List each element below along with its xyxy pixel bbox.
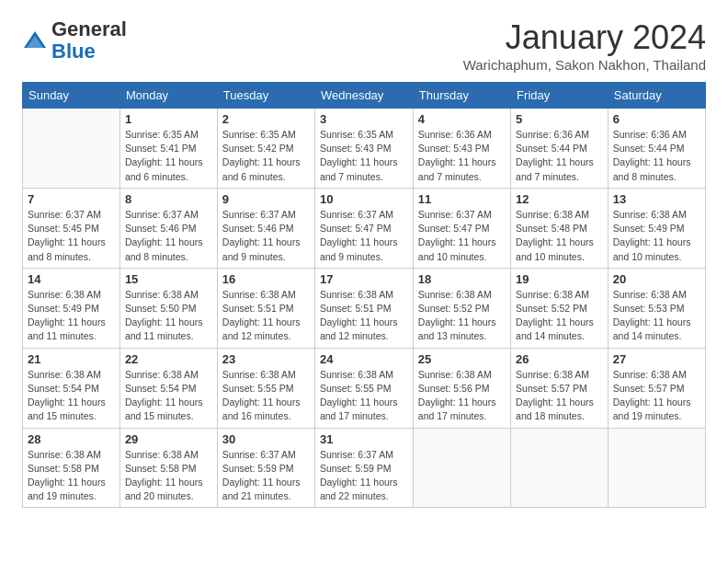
calendar-table: SundayMondayTuesdayWednesdayThursdayFrid… (22, 82, 706, 508)
day-number: 15 (125, 272, 212, 286)
day-number: 4 (418, 112, 506, 126)
day-number: 12 (516, 192, 603, 206)
calendar-body: 1Sunrise: 6:35 AMSunset: 5:41 PMDaylight… (23, 109, 706, 508)
day-number: 14 (28, 272, 115, 286)
calendar-day-cell: 6Sunrise: 6:36 AMSunset: 5:44 PMDaylight… (608, 109, 705, 189)
day-number: 17 (320, 272, 408, 286)
day-info: Sunrise: 6:38 AMSunset: 5:56 PMDaylight:… (418, 368, 506, 424)
logo-icon (22, 28, 48, 53)
day-number: 20 (613, 272, 700, 286)
calendar-day-cell: 14Sunrise: 6:38 AMSunset: 5:49 PMDayligh… (23, 268, 120, 348)
calendar-day-cell: 7Sunrise: 6:37 AMSunset: 5:45 PMDaylight… (23, 188, 120, 268)
day-info: Sunrise: 6:38 AMSunset: 5:54 PMDaylight:… (125, 368, 212, 424)
day-info: Sunrise: 6:38 AMSunset: 5:54 PMDaylight:… (28, 368, 115, 424)
day-info: Sunrise: 6:37 AMSunset: 5:59 PMDaylight:… (320, 448, 408, 504)
calendar-day-cell: 11Sunrise: 6:37 AMSunset: 5:47 PMDayligh… (413, 188, 510, 268)
calendar-day-cell: 22Sunrise: 6:38 AMSunset: 5:54 PMDayligh… (119, 348, 217, 428)
weekday-header-cell: Friday (511, 83, 609, 109)
day-info: Sunrise: 6:36 AMSunset: 5:44 PMDaylight:… (516, 128, 603, 184)
calendar-day-cell: 27Sunrise: 6:38 AMSunset: 5:57 PMDayligh… (608, 348, 705, 428)
day-info: Sunrise: 6:38 AMSunset: 5:52 PMDaylight:… (418, 288, 506, 344)
day-info: Sunrise: 6:38 AMSunset: 5:50 PMDaylight:… (125, 288, 212, 344)
day-info: Sunrise: 6:38 AMSunset: 5:51 PMDaylight:… (320, 288, 408, 344)
calendar-day-cell: 15Sunrise: 6:38 AMSunset: 5:50 PMDayligh… (119, 268, 217, 348)
day-info: Sunrise: 6:38 AMSunset: 5:58 PMDaylight:… (28, 448, 115, 504)
day-number: 2 (222, 112, 310, 126)
day-number: 21 (28, 352, 115, 366)
calendar-day-cell: 18Sunrise: 6:38 AMSunset: 5:52 PMDayligh… (413, 268, 510, 348)
day-number: 9 (222, 192, 310, 206)
calendar-day-cell: 13Sunrise: 6:38 AMSunset: 5:49 PMDayligh… (608, 188, 705, 268)
day-info: Sunrise: 6:38 AMSunset: 5:52 PMDaylight:… (516, 288, 603, 344)
day-number: 24 (320, 352, 408, 366)
calendar-week-row: 1Sunrise: 6:35 AMSunset: 5:41 PMDaylight… (23, 109, 706, 189)
day-info: Sunrise: 6:37 AMSunset: 5:47 PMDaylight:… (320, 208, 408, 264)
calendar-day-cell: 1Sunrise: 6:35 AMSunset: 5:41 PMDaylight… (119, 109, 217, 189)
calendar-day-cell: 17Sunrise: 6:38 AMSunset: 5:51 PMDayligh… (314, 268, 413, 348)
day-number: 22 (125, 352, 212, 366)
day-number: 8 (125, 192, 212, 206)
day-info: Sunrise: 6:37 AMSunset: 5:47 PMDaylight:… (418, 208, 506, 264)
calendar-week-row: 28Sunrise: 6:38 AMSunset: 5:58 PMDayligh… (23, 428, 706, 508)
weekday-header-cell: Wednesday (314, 83, 413, 109)
logo-blue: Blue (51, 40, 96, 63)
day-info: Sunrise: 6:38 AMSunset: 5:49 PMDaylight:… (28, 288, 115, 344)
calendar-day-cell: 21Sunrise: 6:38 AMSunset: 5:54 PMDayligh… (23, 348, 120, 428)
calendar-day-cell: 9Sunrise: 6:37 AMSunset: 5:46 PMDaylight… (217, 188, 314, 268)
day-info: Sunrise: 6:37 AMSunset: 5:59 PMDaylight:… (222, 448, 310, 504)
calendar-week-row: 21Sunrise: 6:38 AMSunset: 5:54 PMDayligh… (23, 348, 706, 428)
calendar-day-cell: 8Sunrise: 6:37 AMSunset: 5:46 PMDaylight… (119, 188, 217, 268)
location-subtitle: Warichaphum, Sakon Nakhon, Thailand (463, 57, 706, 73)
calendar-day-cell: 5Sunrise: 6:36 AMSunset: 5:44 PMDaylight… (511, 109, 609, 189)
weekday-header-cell: Saturday (608, 83, 705, 109)
day-number: 29 (125, 432, 212, 446)
calendar-day-cell: 31Sunrise: 6:37 AMSunset: 5:59 PMDayligh… (314, 428, 413, 508)
day-number: 6 (613, 112, 700, 126)
day-number: 23 (222, 352, 310, 366)
calendar-day-cell: 28Sunrise: 6:38 AMSunset: 5:58 PMDayligh… (23, 428, 120, 508)
day-number: 27 (613, 352, 700, 366)
calendar-day-cell: 26Sunrise: 6:38 AMSunset: 5:57 PMDayligh… (511, 348, 609, 428)
day-info: Sunrise: 6:35 AMSunset: 5:43 PMDaylight:… (320, 128, 408, 184)
day-number: 1 (125, 112, 212, 126)
logo: General Blue (22, 18, 127, 63)
day-number: 7 (28, 192, 115, 206)
calendar-day-cell: 30Sunrise: 6:37 AMSunset: 5:59 PMDayligh… (217, 428, 314, 508)
calendar-day-cell: 24Sunrise: 6:38 AMSunset: 5:55 PMDayligh… (314, 348, 413, 428)
day-number: 10 (320, 192, 408, 206)
day-info: Sunrise: 6:38 AMSunset: 5:51 PMDaylight:… (222, 288, 310, 344)
day-info: Sunrise: 6:38 AMSunset: 5:53 PMDaylight:… (613, 288, 700, 344)
day-info: Sunrise: 6:38 AMSunset: 5:57 PMDaylight:… (613, 368, 700, 424)
day-number: 25 (418, 352, 506, 366)
calendar-day-cell: 16Sunrise: 6:38 AMSunset: 5:51 PMDayligh… (217, 268, 314, 348)
day-info: Sunrise: 6:38 AMSunset: 5:48 PMDaylight:… (516, 208, 603, 264)
weekday-header-row: SundayMondayTuesdayWednesdayThursdayFrid… (23, 83, 706, 109)
day-info: Sunrise: 6:35 AMSunset: 5:41 PMDaylight:… (125, 128, 212, 184)
weekday-header-cell: Monday (119, 83, 217, 109)
title-block: January 2024 Warichaphum, Sakon Nakhon, … (463, 18, 706, 73)
calendar-week-row: 14Sunrise: 6:38 AMSunset: 5:49 PMDayligh… (23, 268, 706, 348)
weekday-header-cell: Thursday (413, 83, 510, 109)
calendar-day-cell: 10Sunrise: 6:37 AMSunset: 5:47 PMDayligh… (314, 188, 413, 268)
day-number: 13 (613, 192, 700, 206)
calendar-day-cell (23, 109, 120, 189)
day-number: 31 (320, 432, 408, 446)
logo-general: General (51, 17, 127, 40)
day-number: 5 (516, 112, 603, 126)
day-number: 11 (418, 192, 506, 206)
day-number: 3 (320, 112, 408, 126)
day-info: Sunrise: 6:36 AMSunset: 5:43 PMDaylight:… (418, 128, 506, 184)
day-info: Sunrise: 6:37 AMSunset: 5:46 PMDaylight:… (222, 208, 310, 264)
day-number: 18 (418, 272, 506, 286)
calendar-week-row: 7Sunrise: 6:37 AMSunset: 5:45 PMDaylight… (23, 188, 706, 268)
day-info: Sunrise: 6:38 AMSunset: 5:55 PMDaylight:… (320, 368, 408, 424)
calendar-day-cell: 2Sunrise: 6:35 AMSunset: 5:42 PMDaylight… (217, 109, 314, 189)
day-number: 30 (222, 432, 310, 446)
day-number: 19 (516, 272, 603, 286)
day-info: Sunrise: 6:36 AMSunset: 5:44 PMDaylight:… (613, 128, 700, 184)
calendar-day-cell: 20Sunrise: 6:38 AMSunset: 5:53 PMDayligh… (608, 268, 705, 348)
calendar-day-cell (608, 428, 705, 508)
calendar-day-cell: 12Sunrise: 6:38 AMSunset: 5:48 PMDayligh… (511, 188, 609, 268)
calendar-day-cell: 19Sunrise: 6:38 AMSunset: 5:52 PMDayligh… (511, 268, 609, 348)
weekday-header-cell: Tuesday (217, 83, 314, 109)
